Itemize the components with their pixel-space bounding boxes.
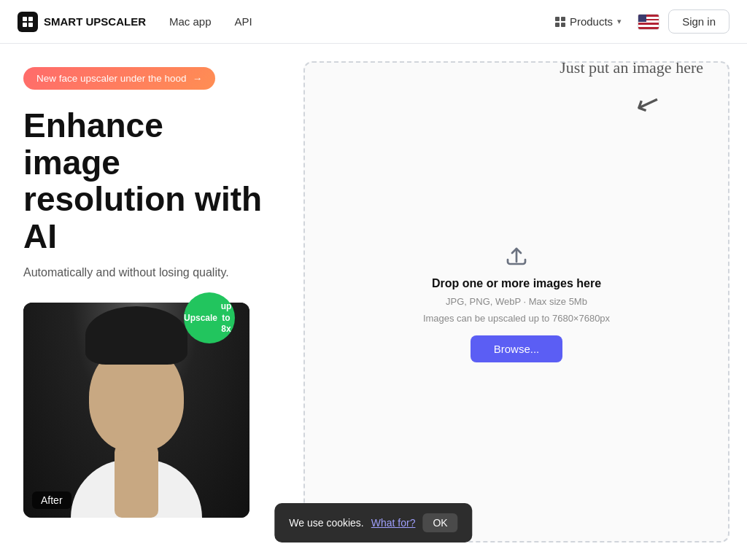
nav-mac-app[interactable]: Mac app: [169, 15, 212, 28]
upscale-line1: Upscale: [184, 313, 217, 324]
image-preview-container: Upscale up to 8x After: [23, 303, 249, 518]
hero-subtitle: Automatically and without losing quality…: [23, 266, 268, 279]
right-panel: Just put an image here ↙ Drop one or mor…: [292, 44, 747, 560]
grid-icon: [555, 17, 565, 27]
cookie-banner: We use cookies. What for? OK: [274, 503, 472, 542]
face-neck: [115, 445, 158, 518]
drop-title: Drop one or more images here: [432, 277, 601, 290]
nav-api[interactable]: API: [235, 15, 252, 28]
promo-text: New face upscaler under the hood: [36, 73, 187, 84]
svg-rect-1: [28, 17, 33, 21]
upload-icon: [503, 242, 530, 271]
logo[interactable]: SMART UPSCALER: [18, 12, 146, 32]
left-panel: New face upscaler under the hood → Enhan…: [0, 44, 292, 560]
drop-formats: JPG, PNG, WebP · Max size 5Mb: [446, 296, 587, 307]
drop-resolution: Images can be upscaled up to 7680×7680px: [423, 313, 610, 324]
nav-left: SMART UPSCALER Mac app API: [18, 12, 252, 32]
main-content: New face upscaler under the hood → Enhan…: [0, 44, 747, 560]
face-hair: [85, 306, 187, 365]
hint-text: Just put an image here: [560, 58, 703, 77]
language-flag[interactable]: [638, 14, 659, 30]
upscale-badge: Upscale up to 8x: [184, 292, 235, 343]
hero-title: Enhance image resolution with AI: [23, 107, 268, 254]
svg-rect-2: [23, 23, 27, 27]
logo-svg: [22, 16, 34, 28]
dropzone[interactable]: Drop one or more images here JPG, PNG, W…: [303, 61, 729, 542]
svg-rect-3: [28, 23, 33, 27]
products-button[interactable]: Products ▾: [548, 11, 629, 32]
cookie-ok-button[interactable]: OK: [422, 513, 457, 532]
promo-badge[interactable]: New face upscaler under the hood →: [23, 67, 215, 90]
chevron-down-icon: ▾: [617, 17, 622, 26]
cookie-link[interactable]: What for?: [371, 517, 416, 529]
after-label: After: [32, 491, 71, 509]
cookie-text: We use cookies.: [289, 517, 363, 529]
products-label: Products: [570, 15, 613, 28]
logo-icon: [18, 12, 38, 32]
svg-rect-0: [23, 17, 27, 21]
navbar: SMART UPSCALER Mac app API Products ▾ Si…: [0, 0, 747, 44]
signin-button[interactable]: Sign in: [668, 9, 729, 34]
portrait-face: [63, 321, 209, 518]
promo-arrow: →: [193, 73, 203, 84]
browse-button[interactable]: Browse...: [471, 335, 563, 362]
logo-text: SMART UPSCALER: [44, 15, 146, 28]
nav-right: Products ▾ Sign in: [548, 9, 729, 34]
upscale-line2: up to 8x: [217, 301, 235, 335]
